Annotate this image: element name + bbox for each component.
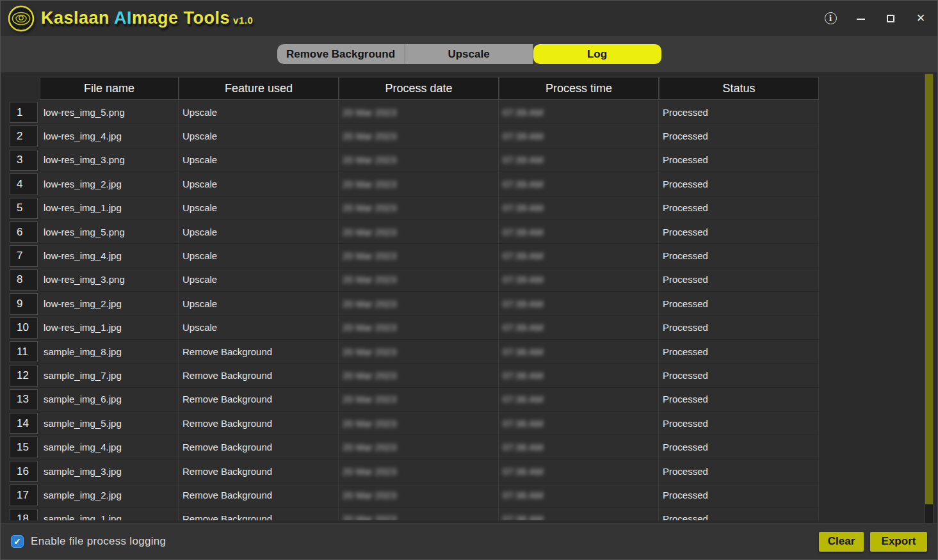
- redacted-text: 20 Mar 2023: [343, 370, 396, 381]
- process-time-cell: 07:39 AM: [499, 172, 659, 196]
- vertical-scrollbar[interactable]: [925, 74, 934, 524]
- row-number-cell: 7: [10, 245, 38, 266]
- export-button[interactable]: Export: [870, 532, 927, 552]
- header-cell-file-name: File name: [40, 77, 179, 100]
- redacted-text: 20 Mar 2023: [343, 107, 396, 118]
- feature-used-cell: Remove Background: [179, 483, 339, 507]
- status-cell: Processed: [659, 100, 819, 124]
- redacted-text: 20 Mar 2023: [343, 490, 396, 500]
- file-name-cell: sample_img_8.jpg: [40, 340, 179, 364]
- process-date-cell: 20 Mar 2023: [339, 268, 499, 292]
- feature-used-cell: Remove Background: [179, 412, 339, 435]
- status-cell: Processed: [659, 148, 819, 172]
- process-time-cell: 07:39 AM: [499, 196, 659, 220]
- feature-used-cell: Upscale: [179, 100, 339, 124]
- process-time-cell: 07:36 AM: [499, 388, 659, 412]
- status-cell: Processed: [659, 220, 819, 244]
- feature-used-cell: Upscale: [179, 196, 339, 220]
- redacted-text: 20 Mar 2023: [343, 227, 396, 237]
- row-number-cell: 12: [10, 365, 38, 386]
- close-button[interactable]: ✕: [914, 12, 927, 25]
- process-date-cell: 20 Mar 2023: [339, 100, 499, 124]
- redacted-text: 07:36 AM: [503, 394, 543, 404]
- checkmark-icon: ✓: [13, 536, 21, 547]
- row-number-cell: 15: [10, 436, 38, 458]
- status-cell: Processed: [659, 292, 819, 316]
- tab-upscale[interactable]: Upscale: [405, 44, 533, 64]
- redacted-text: 20 Mar 2023: [343, 394, 396, 404]
- process-date-cell: 20 Mar 2023: [339, 292, 499, 316]
- redacted-text: 07:36 AM: [503, 370, 543, 381]
- app-title: Kaslaan AImage Toolsv1.0: [41, 8, 253, 28]
- table-row: 4low-res_img_2.jpgUpscale20 Mar 202307:3…: [1, 172, 937, 196]
- file-name-cell: sample_img_6.jpg: [40, 388, 179, 412]
- file-name-cell: low-res_img_2.jpg: [40, 172, 179, 196]
- row-number-cell: 13: [10, 389, 38, 410]
- redacted-text: 07:39 AM: [503, 322, 543, 333]
- redacted-text: 07:39 AM: [503, 274, 543, 285]
- redacted-text: 20 Mar 2023: [343, 202, 396, 213]
- process-time-cell: 07:36 AM: [499, 508, 659, 520]
- process-time-cell: 07:39 AM: [499, 292, 659, 316]
- tab-log[interactable]: Log: [533, 44, 661, 64]
- process-time-cell: 07:36 AM: [499, 412, 659, 435]
- scrollbar-thumb[interactable]: [925, 74, 933, 504]
- process-time-cell: 07:39 AM: [499, 148, 659, 172]
- feature-used-cell: Remove Background: [179, 508, 339, 520]
- window-controls: i ✕: [824, 12, 927, 25]
- file-name-cell: sample_img_1.jpg: [40, 508, 179, 520]
- table-row: 6low-res_img_5.pngUpscale20 Mar 202307:3…: [1, 220, 937, 244]
- table-row: 7low-res_img_4.jpgUpscale20 Mar 202307:3…: [1, 244, 937, 268]
- redacted-text: 07:36 AM: [503, 346, 543, 357]
- process-date-cell: 20 Mar 2023: [339, 483, 499, 507]
- row-number-cell: 11: [10, 341, 38, 362]
- file-name-cell: low-res_img_1.jpg: [40, 196, 179, 220]
- row-number-cell: 3: [10, 150, 38, 171]
- minimize-button[interactable]: [854, 12, 867, 25]
- row-number-cell: 6: [10, 221, 38, 243]
- tab-remove-background[interactable]: Remove Background: [277, 44, 405, 64]
- redacted-text: 07:36 AM: [503, 513, 543, 520]
- file-name-cell: low-res_img_4.jpg: [40, 244, 179, 268]
- status-cell: Processed: [659, 483, 819, 507]
- maximize-icon: [887, 15, 894, 22]
- redacted-text: 20 Mar 2023: [343, 322, 396, 333]
- feature-used-cell: Upscale: [179, 124, 339, 148]
- redacted-text: 07:39 AM: [503, 298, 543, 309]
- redacted-text: 20 Mar 2023: [343, 298, 396, 309]
- process-time-cell: 07:36 AM: [499, 483, 659, 507]
- process-date-cell: 20 Mar 2023: [339, 316, 499, 340]
- row-number-cell: 18: [10, 509, 38, 520]
- status-cell: Processed: [659, 316, 819, 340]
- table-row: 12sample_img_7.jpgRemove Background20 Ma…: [1, 364, 937, 387]
- file-name-cell: sample_img_4.jpg: [40, 435, 179, 459]
- table-row: 17sample_img_2.jpgRemove Background20 Ma…: [1, 483, 937, 507]
- file-name-cell: low-res_img_4.jpg: [40, 124, 179, 148]
- app-title-ai: AI: [114, 8, 132, 28]
- feature-used-cell: Upscale: [179, 268, 339, 292]
- process-date-cell: 20 Mar 2023: [339, 388, 499, 412]
- header-cell-status: Status: [659, 77, 819, 100]
- info-icon: i: [825, 12, 837, 24]
- clear-button[interactable]: Clear: [819, 532, 864, 552]
- maximize-button[interactable]: [884, 12, 897, 25]
- header-cell-feature-used: Feature used: [179, 77, 339, 100]
- table-row: 15sample_img_4.jpgRemove Background20 Ma…: [1, 435, 937, 459]
- redacted-text: 07:39 AM: [503, 107, 543, 118]
- process-time-cell: 07:39 AM: [499, 220, 659, 244]
- app-title-suffix: mage Tools: [132, 8, 230, 28]
- file-name-cell: low-res_img_5.png: [40, 220, 179, 244]
- file-name-cell: sample_img_5.jpg: [40, 412, 179, 435]
- file-name-cell: sample_img_7.jpg: [40, 364, 179, 387]
- redacted-text: 07:36 AM: [503, 466, 543, 477]
- row-number-cell: 16: [10, 461, 38, 482]
- row-number-cell: 5: [10, 198, 38, 219]
- feature-used-cell: Upscale: [179, 148, 339, 172]
- process-date-cell: 20 Mar 2023: [339, 460, 499, 483]
- file-name-cell: sample_img_3.jpg: [40, 460, 179, 483]
- close-icon: ✕: [916, 13, 925, 24]
- app-title-prefix: Kaslaan: [41, 8, 114, 28]
- info-button[interactable]: i: [824, 12, 837, 25]
- logging-checkbox[interactable]: ✓: [11, 535, 24, 548]
- table-row: 18sample_img_1.jpgRemove Background20 Ma…: [1, 508, 937, 520]
